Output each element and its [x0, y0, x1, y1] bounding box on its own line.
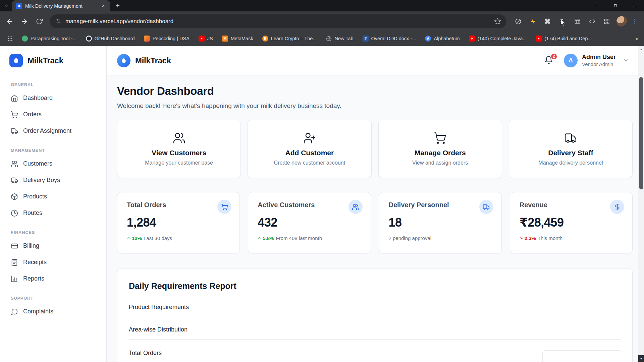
sidebar-item-receipts[interactable]: Receipts — [7, 254, 100, 270]
browser-menu-icon[interactable]: ⋮ — [630, 16, 640, 27]
add-customer-card[interactable]: Add Customer Create new customer account — [248, 120, 371, 178]
youtube-favicon — [199, 36, 205, 42]
sidebar-item-routes[interactable]: Routes — [7, 205, 100, 221]
back-button[interactable] — [3, 14, 17, 28]
bookmark-label: (140) Complete Java... — [478, 36, 527, 41]
table-extension-icon[interactable] — [572, 16, 583, 27]
address-bar[interactable]: manage-milk.vercel.app/vendor/dashboard — [50, 14, 506, 28]
stat-label: Total Orders — [127, 201, 230, 209]
total-orders-stat-card: Total Orders 1,284 12% Last 30 days — [117, 192, 240, 253]
header-right: 2 A Admin User Vendor Admin — [544, 54, 629, 67]
sidebar-item-dashboard[interactable]: Dashboard — [7, 90, 100, 106]
milktrack-logo-icon — [9, 54, 23, 67]
action-description: Manage your customer base — [145, 160, 213, 166]
sidebar-item-reports[interactable]: Reports — [7, 270, 100, 287]
scrollbar-thumb[interactable] — [639, 77, 643, 189]
globe-favicon — [326, 36, 332, 42]
action-description: View and assign orders — [412, 160, 468, 166]
users-icon — [173, 132, 185, 144]
report-title: Daily Requirements Report — [129, 281, 621, 291]
extensions-puzzle-icon[interactable] — [542, 16, 553, 27]
site-settings-icon[interactable] — [55, 18, 61, 24]
adblock-extension-icon[interactable] — [513, 16, 524, 27]
refresh-button[interactable] — [32, 14, 46, 28]
trend-up: 12% — [127, 235, 142, 241]
new-tab-button[interactable]: + — [113, 1, 123, 11]
bookmark-item[interactable]: JS — [199, 36, 213, 42]
report-filter-control[interactable] — [542, 350, 622, 362]
sidebar-item-label: Receipts — [23, 259, 47, 266]
stat-label: Delivery Personnel — [389, 201, 492, 209]
lightning-extension-icon[interactable] — [527, 16, 539, 27]
sidebar-item-order-assignment[interactable]: Order Assignment — [7, 123, 100, 139]
main-column: MilkTrack 2 A Admin User Vendor Admin — [107, 46, 644, 362]
notifications-button[interactable]: 2 — [544, 56, 554, 66]
scrollbar-up-arrow[interactable]: ▲ — [638, 46, 644, 53]
tab-close-icon[interactable]: × — [100, 3, 107, 9]
sidebar-item-billing[interactable]: Billing — [7, 238, 100, 254]
bookmark-item[interactable]: BLearn Crypto – The... — [262, 36, 317, 42]
sidebar-brand-name: MilkTrack — [28, 56, 63, 65]
page-scrollbar[interactable]: ▲ ▼ — [638, 46, 644, 362]
mouse-cursor — [559, 19, 567, 26]
report-section-product-requirements: Product Requirements — [129, 304, 621, 311]
action-description: Create new customer account — [274, 160, 345, 166]
bookmark-item[interactable]: (140) Complete Java... — [469, 36, 527, 42]
qr-extension-icon[interactable] — [601, 16, 612, 27]
milktrack-logo-icon — [117, 54, 130, 67]
bookmark-item[interactable]: Overal DDD.docx -... — [363, 36, 416, 42]
stat-note: Last 30 days — [144, 235, 172, 241]
browser-tab[interactable]: Milk Delivery Management × — [12, 0, 110, 11]
header-brand[interactable]: MilkTrack — [117, 54, 171, 67]
bookmark-label: (174) Build and Dep... — [544, 36, 592, 41]
bookmark-item[interactable]: Paraphrasing Tool -... — [22, 36, 77, 42]
bookmark-label: New Tab — [334, 36, 353, 41]
browser-profile-avatar[interactable] — [616, 16, 627, 27]
url-text[interactable]: manage-milk.vercel.app/vendor/dashboard — [65, 18, 490, 25]
app-header: MilkTrack 2 A Admin User Vendor Admin — [107, 46, 644, 75]
bookmark-item[interactable]: GitHub Dashboard — [86, 36, 135, 42]
sidebar-item-delivery-boys[interactable]: Delivery Boys — [7, 172, 100, 188]
bookmark-label: MetaMask — [231, 36, 253, 41]
delivery-staff-card[interactable]: Delivery Staff Manage delivery personnel — [509, 120, 633, 178]
daily-requirements-report-card: Daily Requirements Report Product Requir… — [117, 268, 633, 362]
manage-orders-card[interactable]: Manage Orders View and assign orders — [378, 120, 502, 178]
bookmark-item[interactable]: (174) Build and Dep... — [536, 36, 592, 42]
scrollbar-down-arrow[interactable]: ▼ — [638, 355, 644, 362]
sidebar-item-complaints[interactable]: Complaints — [7, 303, 100, 320]
alphabetum-favicon: A — [425, 36, 431, 42]
stat-value: 1,284 — [127, 216, 230, 230]
apps-grid-icon[interactable] — [5, 34, 15, 43]
bookmark-item[interactable]: New Tab — [326, 36, 353, 42]
sidebar-item-orders[interactable]: Orders — [7, 106, 100, 123]
bookmarks-overflow-icon[interactable]: » — [635, 35, 639, 42]
bookmark-item[interactable]: MMetaMask — [222, 36, 253, 42]
sidebar-item-label: Order Assignment — [23, 127, 71, 134]
app-page: MilkTrack GENERAL Dashboard Orders Order… — [0, 46, 644, 362]
forward-button[interactable] — [17, 14, 32, 28]
quillbot-favicon — [22, 36, 28, 42]
code-extension-icon[interactable] — [586, 16, 598, 27]
sidebar-brand[interactable]: MilkTrack — [0, 46, 106, 75]
window-maximize-button[interactable] — [606, 0, 625, 11]
sidebar-item-customers[interactable]: Customers — [7, 156, 100, 172]
view-customers-card[interactable]: View Customers Manage your customer base — [117, 120, 241, 178]
bookmark-item[interactable]: Pepcoding | DSA — [144, 36, 190, 42]
metamask-favicon: M — [222, 36, 228, 42]
user-menu[interactable]: A Admin User Vendor Admin — [564, 54, 629, 67]
sidebar-item-products[interactable]: Products — [7, 188, 100, 205]
window-minimize-button[interactable] — [587, 0, 606, 11]
stat-value: 432 — [258, 216, 361, 230]
page-title: Vendor Dashboard — [117, 85, 633, 98]
youtube-favicon — [536, 36, 542, 42]
bookmark-item[interactable]: AAlphabetum — [425, 36, 460, 42]
chevron-down-icon[interactable] — [623, 57, 629, 64]
user-plus-icon — [303, 132, 316, 144]
tab-search-button[interactable] — [0, 0, 12, 11]
window-close-button[interactable] — [625, 0, 644, 11]
github-favicon — [86, 36, 92, 42]
bookmark-label: GitHub Dashboard — [95, 36, 135, 41]
bookmark-star-icon[interactable] — [494, 18, 501, 25]
notification-badge: 2 — [550, 53, 557, 60]
tab-title: Milk Delivery Management — [25, 3, 97, 9]
